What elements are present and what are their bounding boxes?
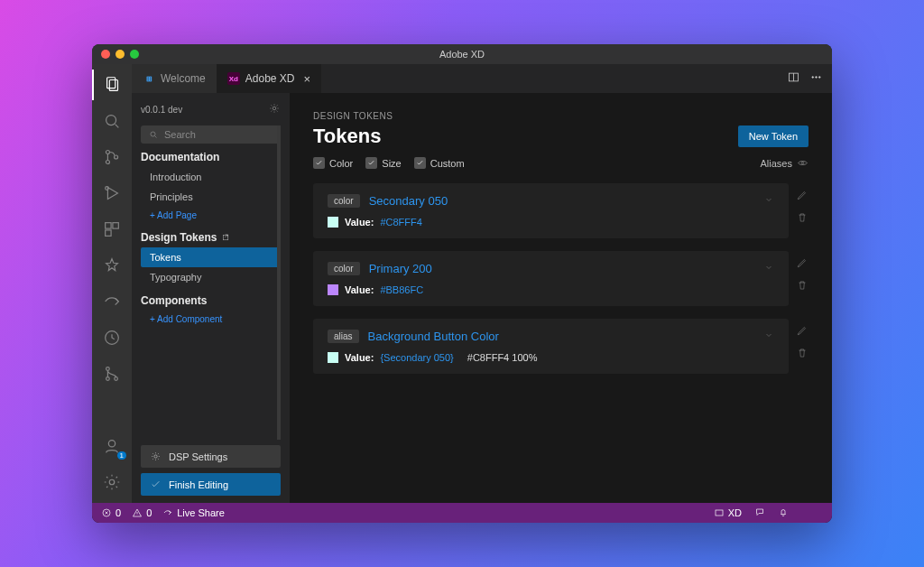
token-tag: color [328,194,360,208]
section-components: Components [141,294,281,307]
activity-debug-icon[interactable] [92,178,132,209]
token-row: alias Background Button Color Value: {Se… [313,319,808,374]
svg-point-23 [154,455,157,458]
activity-share-icon[interactable] [92,286,132,317]
token-card-background-button-color[interactable]: alias Background Button Color Value: {Se… [313,319,789,374]
dsp-settings-button[interactable]: DSP Settings [141,445,281,468]
tab-label: Welcome [161,72,206,85]
filter-custom[interactable]: Custom [414,157,465,169]
token-card-primary-200[interactable]: color Primary 200 Value: #BB86FC [313,251,789,306]
token-alias-ref: {Secondary 050} [380,352,453,363]
activity-source-control-icon[interactable] [92,142,132,172]
activity-account-icon[interactable] [92,431,132,461]
finish-editing-button[interactable]: Finish Editing [141,473,281,496]
vscode-icon: ⊞ [143,72,155,85]
edit-icon[interactable] [796,256,808,272]
section-design-tokens: Design Tokens [141,231,281,244]
filter-group: Color Size Custom [313,157,465,169]
svg-rect-0 [107,78,116,88]
color-swatch [328,217,338,228]
activity-star-icon[interactable] [92,250,132,281]
main-content: DESIGN TOKENS Tokens New Token Color Siz… [290,93,832,503]
warning-icon [132,507,143,518]
svg-point-14 [108,441,115,447]
svg-rect-1 [109,80,117,91]
activity-settings-gear-icon[interactable] [92,467,132,497]
feedback-icon[interactable] [754,507,765,519]
trash-icon[interactable] [796,279,808,294]
svg-point-11 [106,367,110,371]
svg-rect-8 [113,223,118,228]
tab-label: Adobe XD [245,72,295,85]
app-window: Adobe XD [92,44,832,523]
chevron-down-icon[interactable] [763,330,774,343]
token-card-secondary-050[interactable]: color Secondary 050 Value: #C8FFF4 [313,183,789,238]
bell-icon[interactable] [778,507,789,519]
filter-color[interactable]: Color [313,157,353,169]
sidebar-item-introduction[interactable]: Introduction [141,167,281,187]
edit-icon[interactable] [796,189,808,204]
sidebar-item-typography[interactable]: Typography [141,267,281,287]
close-window-icon[interactable] [101,50,110,59]
activity-extensions-icon[interactable] [92,214,132,245]
gear-icon[interactable] [268,102,281,116]
svg-point-21 [151,132,155,136]
svg-point-24 [801,162,803,163]
svg-point-19 [818,77,820,79]
status-xd[interactable]: XD [714,507,742,518]
traffic-lights [101,50,139,59]
svg-point-2 [106,116,116,125]
eye-icon [797,157,808,169]
token-name: Primary 200 [369,262,432,275]
chevron-down-icon[interactable] [763,262,774,275]
token-name: Secondary 050 [369,194,448,208]
activity-clock-icon[interactable] [92,322,132,353]
trash-icon[interactable] [796,211,808,227]
window-title: Adobe XD [439,49,485,60]
page-title: Tokens [313,125,381,148]
activity-search-icon[interactable] [92,106,132,136]
chevron-down-icon[interactable] [763,194,774,208]
zoom-window-icon[interactable] [130,50,139,59]
svg-point-20 [273,107,276,110]
activity-explorer-icon[interactable] [92,70,132,100]
color-swatch [328,352,338,363]
new-token-button[interactable]: New Token [738,125,808,147]
token-row: color Primary 200 Value: #BB86FC [313,251,808,306]
sidebar-item-tokens[interactable]: Tokens [141,247,281,267]
svg-rect-9 [106,230,111,236]
split-editor-icon[interactable] [787,70,800,87]
tab-welcome[interactable]: ⊞ Welcome [132,64,217,93]
activity-git-merge-icon[interactable] [92,358,132,389]
add-page-link[interactable]: + Add Page [141,207,281,224]
tab-adobe-xd[interactable]: Xd Adobe XD × [217,64,321,93]
svg-point-3 [106,150,109,153]
filter-size[interactable]: Size [365,157,401,169]
svg-point-17 [812,77,814,79]
svg-point-15 [109,479,115,485]
status-live-share[interactable]: Live Share [162,507,225,518]
aliases-toggle[interactable]: Aliases [761,157,808,169]
svg-point-12 [106,377,110,381]
svg-rect-26 [716,510,723,516]
trash-icon[interactable] [796,347,808,362]
token-tag: alias [328,330,359,343]
version-label: v0.0.1 dev [141,105,182,115]
scrollbar[interactable] [277,125,281,440]
status-warnings[interactable]: 0 [132,507,152,518]
sidebar-item-principles[interactable]: Principles [141,187,281,207]
minimize-window-icon[interactable] [116,50,125,59]
editor-tabs: ⊞ Welcome Xd Adobe XD × [132,64,832,93]
svg-rect-7 [106,223,111,228]
live-share-icon [162,507,173,518]
add-component-link[interactable]: + Add Component [141,311,281,328]
more-actions-icon[interactable] [809,70,823,87]
close-tab-icon[interactable]: × [304,72,311,86]
status-bar: 0 0 Live Share XD [92,503,832,523]
status-errors[interactable]: 0 [101,507,121,518]
search-input[interactable]: Search [141,125,281,144]
token-value: #C8FFF4 [380,217,421,228]
edit-icon[interactable] [796,324,808,339]
panel-icon [714,507,725,518]
error-icon [101,507,112,518]
